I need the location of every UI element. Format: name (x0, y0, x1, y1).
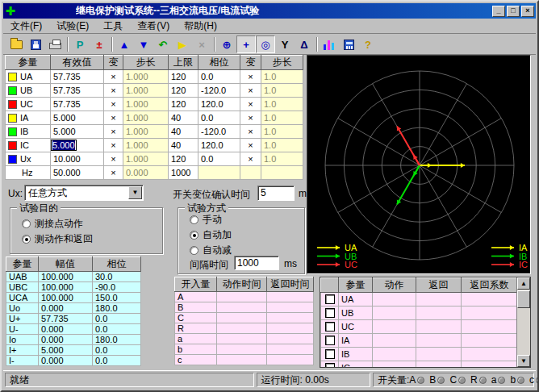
step-amp-cell[interactable]: 1.000 (123, 98, 169, 111)
step-phase-cell[interactable]: 1.0 (261, 111, 303, 125)
confirm-time-input[interactable]: 5 (257, 186, 295, 201)
step-amp-cell[interactable]: 1.000 (123, 152, 169, 166)
step-phase-cell[interactable] (261, 166, 303, 180)
wye-connection-button[interactable]: Y (275, 35, 295, 53)
step-amp-cell[interactable]: 1.000 (123, 125, 169, 139)
undo-button[interactable]: ↶ (153, 35, 173, 53)
vary-amp-cell[interactable]: × (104, 70, 123, 84)
limit-cell[interactable]: 120 (169, 70, 198, 84)
menu-item-查看(V)[interactable]: 查看(V) (130, 19, 177, 34)
vary-amp-cell[interactable]: × (104, 84, 123, 98)
pause-p-button[interactable]: P (70, 35, 90, 53)
vary-amp-cell[interactable]: × (104, 125, 123, 139)
step-phase-cell[interactable]: 1.0 (261, 98, 303, 111)
vary-phase-cell[interactable]: × (240, 84, 261, 98)
checkbox-icon[interactable] (325, 349, 335, 359)
radio-icon[interactable] (190, 231, 198, 240)
radio-icon[interactable] (190, 215, 198, 224)
step-amp-cell[interactable]: 0.000 (123, 166, 169, 180)
step-amp-cell[interactable]: 1.000 (123, 139, 169, 152)
waveform-bars-button[interactable] (320, 35, 339, 53)
chevron-down-icon[interactable]: ▼ (128, 186, 142, 199)
checkbox-cell[interactable] (321, 307, 339, 320)
phase-cell[interactable]: -120.0 (198, 125, 240, 139)
param-value-cell[interactable]: 57.735 (51, 84, 104, 98)
vary-amp-cell[interactable]: × (104, 166, 123, 180)
vary-phase-cell[interactable]: × (240, 98, 261, 111)
step-phase-cell[interactable]: 1.0 (261, 70, 303, 84)
param-value-cell[interactable]: 10.000 (51, 152, 104, 166)
vary-phase-cell[interactable]: × (240, 139, 261, 152)
ux-mode-select[interactable]: 任意方式 ▼ (24, 185, 144, 201)
zoom-in-button[interactable]: ⊕ (217, 35, 236, 53)
vary-amp-cell[interactable]: × (104, 111, 123, 125)
param-value-cell[interactable]: 57.735 (51, 98, 104, 111)
minimize-button[interactable]: _ (492, 6, 505, 17)
scroll-up-icon[interactable]: ▲ (517, 277, 530, 290)
coil-view-button[interactable]: ◎ (256, 35, 275, 53)
vertical-scrollbar[interactable]: ▲ ▼ (516, 277, 530, 367)
limit-cell[interactable]: 40 (169, 111, 198, 125)
menu-item-文件(F)[interactable]: 文件(F) (3, 19, 49, 34)
step-amp-cell[interactable]: 1.000 (123, 84, 169, 98)
param-value-cell[interactable]: 5.000 (51, 111, 104, 125)
checkbox-icon[interactable] (325, 322, 335, 332)
phase-cell[interactable]: 0.0 (198, 152, 240, 166)
delta-connection-button[interactable]: Δ (295, 35, 314, 53)
start-button[interactable]: ▶ (173, 35, 192, 53)
phase-cell[interactable]: 120.0 (198, 98, 240, 111)
param-value-cell[interactable]: 57.735 (51, 70, 104, 84)
step-phase-cell[interactable]: 1.0 (261, 152, 303, 166)
checkbox-icon[interactable] (325, 294, 335, 304)
limit-cell[interactable]: 120 (169, 98, 198, 111)
scroll-down-icon[interactable]: ▼ (517, 355, 530, 367)
menu-item-帮助(H)[interactable]: 帮助(H) (177, 19, 224, 34)
save-button[interactable] (26, 35, 45, 53)
radio-option-测动作和返回[interactable]: 测动作和返回 (22, 232, 93, 246)
open-button[interactable] (6, 35, 26, 53)
radio-option-自动加[interactable]: 自动加 (190, 228, 232, 242)
phase-cell[interactable]: 0.0 (198, 70, 240, 84)
checkbox-cell[interactable] (321, 293, 339, 307)
step-phase-cell[interactable]: 1.0 (261, 139, 303, 152)
checkbox-cell[interactable] (321, 334, 339, 348)
checkbox-cell[interactable] (321, 348, 339, 361)
step-amp-cell[interactable]: 1.000 (123, 111, 169, 125)
help-button[interactable]: ? (358, 35, 378, 53)
phase-cell[interactable]: 0.0 (198, 111, 240, 125)
radio-icon[interactable] (22, 235, 31, 244)
print-button[interactable] (45, 35, 65, 53)
maximize-button[interactable]: □ (507, 6, 520, 17)
limit-cell[interactable]: 120 (169, 84, 198, 98)
vary-phase-cell[interactable]: × (240, 152, 261, 166)
limit-cell[interactable]: 120 (169, 152, 198, 166)
step-phase-cell[interactable]: 1.0 (261, 125, 303, 139)
vary-amp-cell[interactable]: × (104, 98, 123, 111)
param-value-cell[interactable]: 5.000 (51, 139, 104, 152)
radio-icon[interactable] (22, 219, 31, 228)
checkbox-icon[interactable] (325, 336, 335, 345)
radio-option-手动[interactable]: 手动 (190, 213, 222, 227)
step-amp-cell[interactable]: 1.000 (123, 70, 169, 84)
step-down-button[interactable]: ▼ (134, 35, 153, 53)
phase-cell[interactable] (198, 166, 240, 180)
value-edit-input[interactable]: 5.000 (51, 140, 77, 151)
vary-amp-cell[interactable]: × (104, 139, 123, 152)
checkbox-cell[interactable] (321, 361, 339, 369)
menu-item-工具[interactable]: 工具 (96, 19, 130, 34)
vary-phase-cell[interactable] (240, 166, 261, 180)
limit-cell[interactable]: 40 (169, 139, 198, 152)
vary-phase-cell[interactable]: × (240, 70, 261, 84)
checkbox-icon[interactable] (325, 308, 335, 318)
checkbox-cell[interactable] (321, 320, 339, 334)
vary-phase-cell[interactable]: × (240, 125, 261, 139)
radio-option-自动减[interactable]: 自动减 (190, 244, 232, 257)
limit-cell[interactable]: 40 (169, 125, 198, 139)
step-up-button[interactable]: ▲ (115, 35, 134, 53)
scrollbar-thumb[interactable] (517, 290, 530, 308)
crosshair-view-button[interactable]: + (236, 35, 256, 53)
param-value-cell[interactable]: 50.000 (51, 166, 104, 180)
radio-option-测接点动作[interactable]: 测接点动作 (22, 217, 83, 231)
checkbox-icon[interactable] (325, 363, 335, 368)
phase-cell[interactable]: 120.0 (198, 139, 240, 152)
